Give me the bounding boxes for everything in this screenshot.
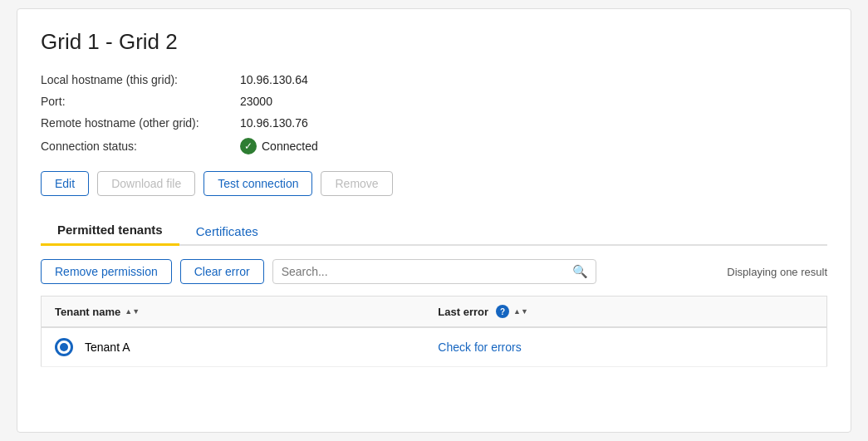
info-row-connection-status: Connection status: ✓ Connected (41, 138, 827, 154)
connected-check-icon: ✓ (240, 138, 257, 154)
value-port: 23000 (240, 95, 272, 108)
connected-text: Connected (262, 140, 318, 153)
info-row-local-hostname: Local hostname (this grid): 10.96.130.64 (41, 73, 827, 86)
clear-error-button[interactable]: Clear error (180, 259, 264, 284)
th-tenant-name-label: Tenant name (55, 306, 120, 318)
page-title: Grid 1 - Grid 2 (41, 29, 827, 55)
label-remote-hostname: Remote hostname (other grid): (41, 116, 240, 130)
label-local-hostname: Local hostname (this grid): (41, 73, 240, 86)
remove-permission-button[interactable]: Remove permission (41, 259, 172, 284)
tab-bar: Remove permission Clear error 🔍 Displayi… (41, 259, 827, 284)
tenant-radio-icon[interactable] (55, 338, 73, 356)
edit-button[interactable]: Edit (41, 171, 89, 196)
search-input[interactable] (272, 259, 596, 284)
tabs: Permitted tenants Certificates (41, 214, 827, 246)
sort-arrows-tenant-name[interactable]: ▲▼ (125, 308, 140, 316)
check-for-errors-link[interactable]: Check for errors (438, 341, 521, 354)
value-remote-hostname: 10.96.130.76 (240, 116, 308, 130)
action-buttons: Edit Download file Test connection Remov… (41, 171, 827, 196)
th-tenant-name: Tenant name ▲▼ (42, 296, 425, 328)
table-header-row: Tenant name ▲▼ Last error ? ▲▼ (42, 296, 827, 328)
tenant-name-value: Tenant A (85, 341, 130, 354)
tab-permitted-tenants[interactable]: Permitted tenants (41, 216, 179, 246)
label-connection-status: Connection status: (41, 140, 240, 153)
info-table: Local hostname (this grid): 10.96.130.64… (41, 73, 827, 154)
tab-certificates[interactable]: Certificates (179, 216, 275, 246)
last-error-help-icon[interactable]: ? (496, 305, 509, 318)
test-connection-button[interactable]: Test connection (204, 171, 312, 196)
td-last-error: Check for errors (424, 327, 826, 367)
display-count: Displaying one result (727, 266, 827, 278)
th-last-error: Last error ? ▲▼ (424, 296, 826, 328)
value-local-hostname: 10.96.130.64 (240, 73, 308, 86)
remove-button: Remove (321, 171, 392, 196)
label-port: Port: (41, 95, 240, 108)
td-tenant-name: Tenant A (42, 327, 425, 367)
radio-inner (60, 343, 68, 351)
table-row: Tenant A Check for errors (42, 327, 827, 367)
main-container: Grid 1 - Grid 2 Local hostname (this gri… (17, 8, 851, 433)
tenants-table: Tenant name ▲▼ Last error ? ▲▼ (41, 296, 827, 367)
th-last-error-label: Last error (438, 306, 488, 318)
search-wrapper: 🔍 (272, 259, 596, 284)
info-row-remote-hostname: Remote hostname (other grid): 10.96.130.… (41, 116, 827, 130)
info-row-port: Port: 23000 (41, 95, 827, 108)
connection-status-value: ✓ Connected (240, 138, 318, 154)
download-file-button: Download file (97, 171, 195, 196)
sort-arrows-last-error[interactable]: ▲▼ (513, 308, 528, 316)
